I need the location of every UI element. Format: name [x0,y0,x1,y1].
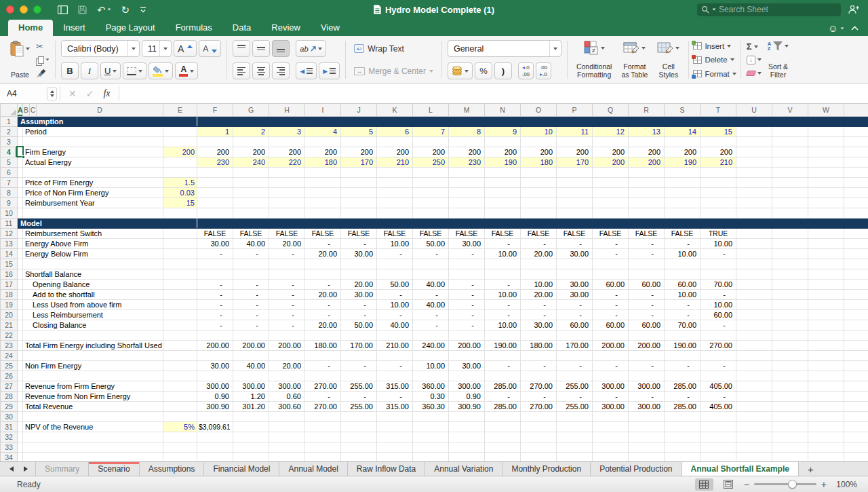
cell[interactable]: - [629,289,665,299]
row-header[interactable]: 20 [1,309,18,320]
cell[interactable] [18,421,23,432]
add-sheet-button[interactable]: + [799,462,823,476]
cell[interactable]: 170.00 [557,340,593,350]
cell[interactable] [808,248,844,259]
cell[interactable] [413,442,449,452]
cell[interactable] [485,452,521,461]
cell[interactable] [449,350,485,360]
cell[interactable] [665,167,701,177]
cell[interactable]: 255.00 [341,401,377,411]
cell[interactable]: - [701,248,736,259]
cell[interactable] [269,432,305,442]
cell[interactable] [377,197,413,208]
row-header[interactable]: 16 [1,269,18,279]
cell[interactable]: 10.00 [665,289,701,299]
cell[interactable] [593,411,629,421]
cell[interactable] [629,452,665,461]
percent-style-button[interactable]: % [475,62,492,79]
cell[interactable] [197,269,233,279]
cell[interactable] [808,421,844,432]
cell[interactable]: - [485,391,521,401]
cell[interactable] [844,330,868,340]
section-band[interactable] [197,218,868,228]
cell[interactable] [163,248,197,259]
cell[interactable] [269,330,305,340]
cell[interactable]: - [557,238,593,248]
cell[interactable] [163,259,197,269]
cell[interactable] [233,136,269,147]
cell[interactable] [449,136,485,147]
cell[interactable]: - [701,391,736,401]
cell[interactable] [521,421,557,432]
cell[interactable]: - [233,289,269,299]
cell[interactable] [341,442,377,452]
cell[interactable]: - [629,299,665,309]
ribbon-tab-page-layout[interactable]: Page Layout [96,20,165,36]
cell[interactable] [23,167,163,177]
cell[interactable] [593,442,629,452]
cell[interactable] [485,259,521,269]
cell[interactable] [593,177,629,187]
cell[interactable]: 50.00 [413,238,449,248]
cell[interactable] [736,432,772,442]
cell[interactable]: 60.00 [557,320,593,330]
cell[interactable]: 10.00 [701,299,736,309]
cell[interactable] [736,299,772,309]
cell[interactable]: - [269,309,305,320]
cell[interactable] [377,442,413,452]
cell[interactable] [557,177,593,187]
cell[interactable]: Price of Non Firm Energy [23,187,163,197]
cell[interactable] [701,259,736,269]
cell[interactable] [736,320,772,330]
cell[interactable] [808,320,844,330]
cell[interactable] [736,391,772,401]
cell[interactable]: Energy Below Firm [23,248,163,259]
cell[interactable] [18,432,23,442]
row-header[interactable]: 19 [1,299,18,309]
cancel-entry-icon[interactable]: ✕ [68,88,77,99]
cell[interactable] [413,197,449,208]
cell[interactable]: - [377,248,413,259]
cell[interactable] [163,411,197,421]
cell[interactable] [18,147,23,157]
cell[interactable]: 255.00 [557,381,593,391]
select-all-corner[interactable] [1,104,18,116]
cell[interactable] [521,371,557,381]
cell[interactable] [772,360,808,371]
ribbon-tab-home[interactable]: Home [8,20,53,36]
cell[interactable]: 170 [341,157,377,167]
cell[interactable]: - [665,391,701,401]
cell[interactable] [341,350,377,360]
cell[interactable] [18,228,23,238]
cell[interactable] [485,330,521,340]
column-header[interactable]: A [18,104,23,116]
cell[interactable] [557,350,593,360]
cell[interactable]: - [593,299,629,309]
cell[interactable]: - [341,299,377,309]
cell[interactable] [808,187,844,197]
ribbon-tab-data[interactable]: Data [222,20,261,36]
cut-button[interactable]: ✂ [36,41,50,52]
cell[interactable]: 30.00 [197,360,233,371]
cell[interactable] [377,269,413,279]
cell[interactable] [808,147,844,157]
cell[interactable] [665,197,701,208]
cell[interactable] [736,228,772,238]
sheet-tab-annual-model[interactable]: Annual Model [279,462,347,476]
cell[interactable] [18,381,23,391]
cell[interactable] [844,259,868,269]
cell[interactable] [341,187,377,197]
row-header[interactable]: 22 [1,330,18,340]
cell[interactable] [629,432,665,442]
cell[interactable] [18,289,23,299]
cell[interactable]: Price of Firm Energy [23,177,163,187]
cell[interactable]: - [665,238,701,248]
cell[interactable] [163,228,197,238]
cell[interactable]: 200 [197,147,233,157]
cell[interactable]: - [485,279,521,289]
align-bottom-button[interactable] [272,40,290,57]
cell[interactable] [269,371,305,381]
cell[interactable]: 8 [449,126,485,136]
cell[interactable] [413,411,449,421]
cell[interactable]: 60.00 [665,279,701,289]
